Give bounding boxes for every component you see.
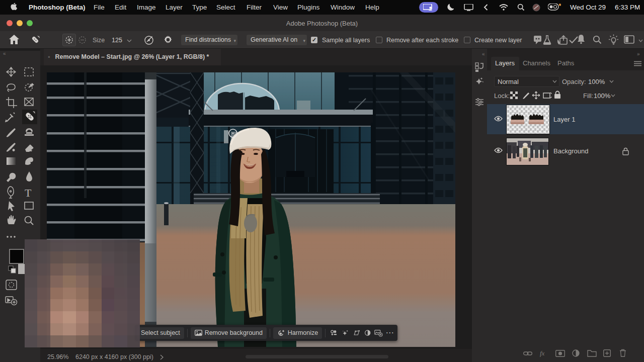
svg-text:T: T: [25, 187, 32, 199]
svg-text:fx: fx: [540, 349, 545, 357]
